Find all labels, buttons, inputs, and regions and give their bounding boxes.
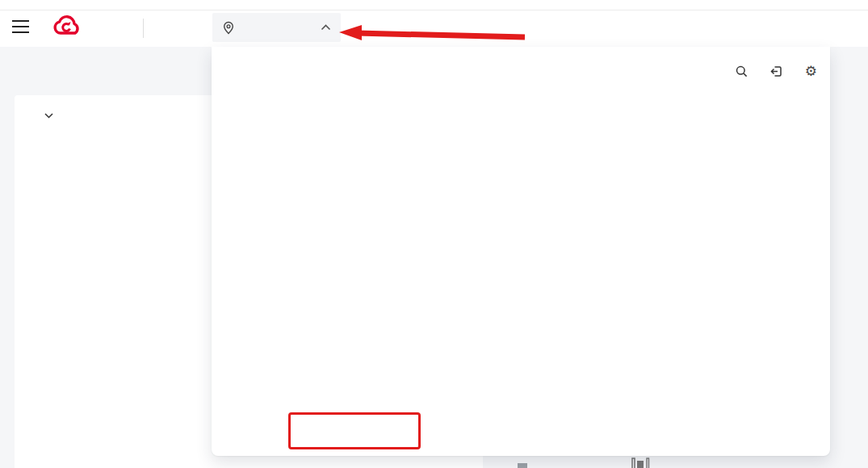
location-pin-icon (222, 21, 235, 35)
panel-toolbar: ⚙ (736, 65, 817, 78)
search-button[interactable] (736, 65, 753, 77)
annotation-highlight-box (288, 412, 421, 449)
return-icon (770, 65, 782, 77)
hamburger-menu-icon[interactable] (12, 20, 29, 33)
search-icon (736, 65, 748, 77)
hidden-content-fragment (518, 463, 527, 468)
cloud-logo-icon (50, 15, 82, 39)
gear-icon[interactable]: ⚙ (805, 65, 817, 78)
chevron-up-icon (321, 24, 331, 31)
header-divider (143, 19, 144, 38)
region-dropdown-panel: ⚙ (212, 47, 830, 456)
region-selector[interactable] (212, 13, 341, 42)
screen: ⚙ (0, 0, 868, 468)
chevron-down-icon (44, 113, 53, 119)
back-old-version-button[interactable] (770, 65, 787, 77)
storage-teaser (631, 457, 659, 468)
storage-icon (631, 457, 651, 468)
top-divider (0, 10, 868, 10)
compute-section-header[interactable] (39, 113, 53, 119)
top-bar (0, 0, 868, 47)
brand-logo[interactable] (50, 15, 89, 39)
